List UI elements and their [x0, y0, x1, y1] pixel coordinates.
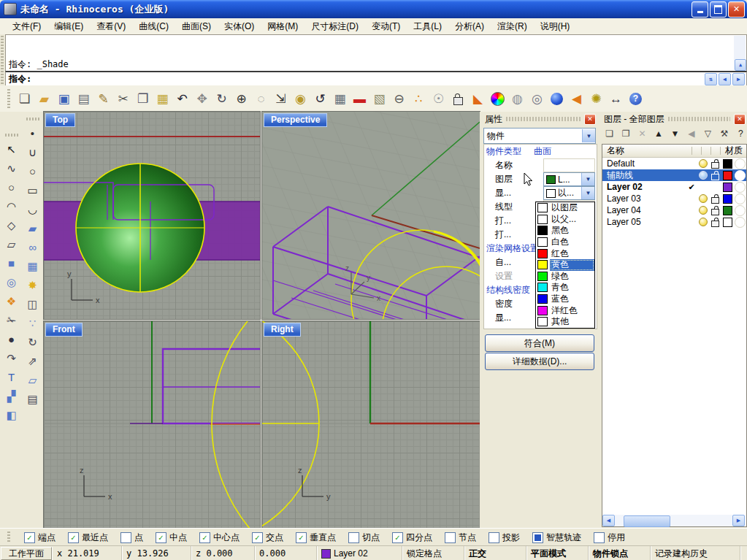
osnap-project[interactable]: 投影 [489, 532, 520, 544]
color-option-magenta[interactable]: 洋红色 [536, 304, 594, 316]
points-icon[interactable]: ∵ [23, 313, 42, 332]
color-option-by-layer[interactable]: 以图层 [536, 202, 594, 214]
new-layer-icon[interactable]: ❏ [603, 127, 616, 140]
zoom-dynamic-icon[interactable]: ⊕ [231, 89, 251, 109]
hatch-icon[interactable]: ▤ [23, 389, 42, 408]
move-up-icon[interactable]: ▲ [652, 127, 664, 140]
close-button[interactable]: ✕ [728, 1, 745, 18]
status-pane-grid-snap[interactable]: 锁定格点 [402, 546, 464, 560]
layer-material[interactable] [734, 217, 746, 228]
select-icon[interactable]: ↖ [2, 139, 21, 158]
control-point-curve-icon[interactable]: ∿ [2, 158, 21, 177]
osnap-smarttrack[interactable]: 智慧轨迹 [532, 532, 581, 544]
print-icon[interactable]: ▤ [74, 89, 93, 109]
spinner-updown-icon[interactable]: ⇅ [705, 73, 717, 85]
layer-visibility-toggle[interactable] [697, 194, 709, 203]
zoom-selected-icon[interactable]: ◉ [291, 89, 310, 109]
command-scrollbar[interactable]: ▲ ▼ [734, 36, 746, 70]
delete-layer-icon[interactable]: ✕ [636, 127, 648, 140]
layer-visibility-toggle[interactable] [697, 171, 709, 180]
layer-visibility-toggle[interactable] [697, 218, 709, 226]
layer-lock-toggle[interactable] [709, 206, 721, 215]
tools-icon[interactable]: ⚒ [718, 127, 730, 140]
osnap-quadrant[interactable]: ✓四分点 [392, 532, 432, 544]
osnap-endpoint[interactable]: ✓端点 [24, 532, 55, 544]
checkbox-icon[interactable]: ✓ [392, 532, 403, 543]
checkbox-icon[interactable] [532, 532, 543, 543]
properties-target-select[interactable]: 物件 ▼ [483, 128, 596, 144]
command-grip[interactable] [1, 36, 4, 84]
layer-material[interactable] [734, 193, 746, 204]
layers-close-icon[interactable]: ✕ [734, 114, 746, 125]
rotate-icon[interactable]: ↻ [23, 332, 42, 351]
shear-icon[interactable]: ▱ [23, 370, 42, 389]
new-file-icon[interactable]: ❏ [15, 89, 34, 109]
layer-material[interactable] [734, 158, 746, 169]
dimension-icon[interactable]: ↔ [606, 89, 626, 109]
layer-color-swatch[interactable] [721, 218, 734, 227]
checkbox-icon[interactable]: ✓ [252, 532, 263, 543]
zoom-extents-icon[interactable]: ⇲ [271, 89, 291, 109]
viewport-perspective[interactable]: z y x Perspective [262, 112, 480, 319]
viewport-right-label[interactable]: Right [264, 323, 301, 337]
checkbox-icon[interactable] [120, 532, 131, 543]
move-copy-icon[interactable]: ∴ [409, 89, 429, 109]
copy-icon[interactable]: ❐ [133, 89, 153, 109]
undo-icon[interactable]: ↶ [172, 89, 192, 109]
menu-item-render[interactable]: 渲染(R) [491, 19, 534, 34]
checkbox-icon[interactable]: ✓ [296, 532, 307, 543]
osnap-tangent[interactable]: 切点 [348, 532, 380, 544]
chevron-down-icon[interactable]: ▼ [582, 129, 595, 142]
mesh-icon[interactable]: ▦ [23, 256, 42, 275]
torus-icon[interactable]: ◎ [2, 272, 21, 291]
layer-row-3[interactable]: Layer 03 [602, 193, 746, 204]
layer-material[interactable] [734, 205, 746, 216]
osnap-knot[interactable]: 节点 [445, 532, 476, 544]
scroll-right-icon[interactable]: ▶ [732, 515, 745, 526]
zoom-window-icon[interactable]: ◌ [251, 89, 271, 109]
shade-icon[interactable]: ◣ [468, 89, 488, 109]
menu-item-curve[interactable]: 曲线(C) [132, 19, 175, 34]
menu-item-view[interactable]: 查看(V) [90, 19, 132, 34]
panel-grip[interactable] [668, 117, 730, 121]
solid-edit-icon[interactable]: ◧ [2, 405, 21, 424]
layer-lock-toggle[interactable] [709, 218, 721, 227]
color-option-other[interactable]: 其他 [536, 316, 594, 328]
undo-view-icon[interactable]: ↺ [310, 89, 330, 109]
color-option-yellow[interactable]: 黄色 [536, 259, 594, 271]
layer-material[interactable] [734, 182, 746, 193]
viewport-right[interactable]: z y Right [262, 321, 480, 528]
lock-icon[interactable] [448, 89, 468, 109]
circle-icon[interactable]: ○ [2, 177, 21, 196]
arc-icon[interactable]: ◠ [2, 196, 21, 215]
menu-item-mesh[interactable]: 网格(M) [261, 19, 304, 34]
cut-icon[interactable]: ✂ [113, 89, 133, 109]
toolbar-grip[interactable] [7, 89, 10, 108]
scroll-thumb[interactable] [624, 515, 670, 527]
layer-color-swatch[interactable] [721, 171, 734, 180]
layer-row-1[interactable]: 辅助线 [602, 169, 746, 181]
help-icon[interactable]: ? [626, 89, 646, 109]
layer-color-swatch[interactable] [721, 194, 734, 204]
layer-color-swatch[interactable] [721, 206, 734, 215]
move-left-icon[interactable]: ◀ [685, 127, 697, 140]
checkbox-icon[interactable]: ✓ [199, 532, 210, 543]
minimize-button[interactable] [692, 1, 708, 18]
color-option-blue[interactable]: 蓝色 [536, 294, 594, 305]
save-icon[interactable]: ▣ [54, 89, 74, 109]
details-button[interactable]: 详细数据(D)... [485, 353, 594, 370]
menu-item-analyze[interactable]: 分析(A) [448, 19, 491, 34]
cplane-grid-icon[interactable]: ▧ [369, 89, 389, 109]
layer-color-swatch[interactable] [721, 159, 734, 169]
osnap-point[interactable]: 点 [120, 532, 143, 544]
copy-layer-icon[interactable]: ❐ [619, 127, 632, 140]
menu-item-help[interactable]: 说明(H) [534, 19, 577, 34]
layer-visibility-toggle[interactable] [697, 159, 709, 168]
color-wheel-icon[interactable] [488, 89, 507, 109]
surface-icon[interactable]: ▱ [2, 234, 21, 253]
checkbox-icon[interactable]: ✓ [24, 532, 35, 543]
osnap-intersection[interactable]: ✓交点 [252, 532, 283, 544]
panel-grip[interactable] [506, 117, 581, 121]
osnap-midpoint[interactable]: ✓中点 [156, 532, 187, 544]
adjust-curve-icon[interactable]: ↷ [2, 348, 21, 367]
